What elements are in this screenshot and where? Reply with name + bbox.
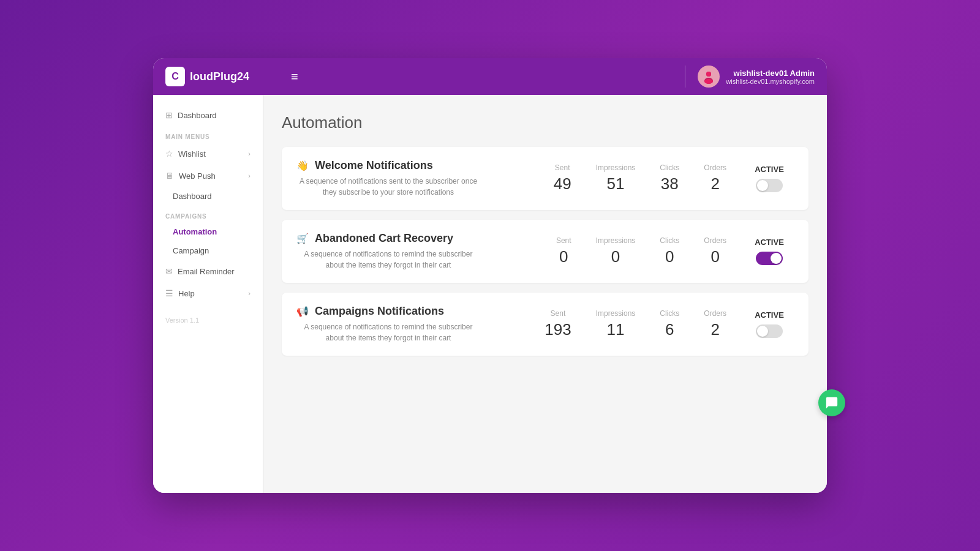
svg-point-3	[704, 79, 713, 84]
card-active-2: ACTIVE	[745, 310, 794, 338]
wishlist-arrow-icon: ›	[248, 150, 251, 157]
clicks-value-1: 0	[660, 247, 679, 266]
card-stats-2: Sent 193 Impressions 11 Clicks 6 Orders …	[545, 309, 726, 339]
card-left-1: 🛒 Abandoned Cart Recovery A sequence of …	[296, 232, 556, 271]
toggle-0[interactable]	[756, 179, 783, 192]
card-stats-0: Sent 49 Impressions 51 Clicks 38 Orders …	[554, 163, 726, 193]
sent-value-2: 193	[545, 320, 571, 339]
stat-sent-1: Sent 0	[556, 236, 571, 266]
clicks-label-0: Clicks	[660, 163, 679, 172]
card-title-1: 🛒 Abandoned Cart Recovery	[296, 232, 544, 245]
orders-value-1: 0	[704, 247, 726, 266]
user-name: wishlist-dev01 Admin	[726, 69, 815, 78]
logo-icon: C	[165, 67, 185, 86]
card-active-1: ACTIVE	[745, 238, 794, 265]
active-label-2: ACTIVE	[755, 310, 784, 320]
card-title-text-2: Campaigns Notifications	[315, 305, 444, 318]
clicks-label-2: Clicks	[660, 309, 679, 318]
sent-value-1: 0	[556, 247, 571, 266]
impressions-value-1: 0	[596, 247, 636, 266]
card-left-2: 📢 Campaigns Notifications A sequence of …	[296, 305, 545, 343]
impressions-value-2: 11	[596, 320, 636, 339]
card-stats-1: Sent 0 Impressions 0 Clicks 0 Orders 0	[556, 236, 726, 266]
chat-button[interactable]	[818, 389, 845, 416]
hamburger-button[interactable]: ≡	[288, 67, 301, 87]
content-area: Automation 👋 Welcome Notifications A seq…	[263, 95, 827, 493]
wishlist-label: Wishlist	[178, 149, 206, 159]
orders-label-1: Orders	[704, 236, 726, 245]
help-arrow-icon: ›	[248, 290, 251, 297]
logo-letter: C	[172, 71, 179, 82]
svg-point-2	[706, 72, 711, 77]
stat-impressions-2: Impressions 11	[596, 309, 636, 339]
impressions-value-0: 51	[596, 174, 636, 193]
stat-clicks-2: Clicks 6	[660, 309, 679, 339]
sidebar-version: Version 1.1	[153, 304, 263, 336]
orders-label-0: Orders	[704, 163, 726, 172]
main-menus-label: MAIN MENUS	[153, 126, 263, 143]
avatar	[698, 66, 720, 88]
help-icon: ☰	[165, 288, 173, 298]
sidebar-sub-campaign[interactable]: Campaign	[153, 241, 263, 260]
clicks-label-1: Clicks	[660, 236, 679, 245]
impressions-label-2: Impressions	[596, 309, 636, 318]
dashboard-icon: ⊞	[165, 110, 173, 120]
orders-value-0: 2	[704, 174, 726, 193]
sidebar: ⊞ Dashboard MAIN MENUS ☆ Wishlist › 🖥 We…	[153, 95, 263, 493]
stat-sent-2: Sent 193	[545, 309, 571, 339]
stat-orders-2: Orders 2	[704, 309, 726, 339]
wishlist-icon: ☆	[165, 149, 173, 159]
sidebar-sub-automation[interactable]: Automation	[153, 222, 263, 241]
user-details: wishlist-dev01 Admin wishlist-dev01.mysh…	[726, 69, 815, 85]
email-icon: ✉	[165, 266, 173, 276]
card-desc-0: A sequence of notifications sent to the …	[296, 176, 480, 198]
sidebar-item-wishlist[interactable]: ☆ Wishlist ›	[153, 143, 263, 165]
automation-card: 👋 Welcome Notifications A sequence of no…	[282, 147, 809, 210]
sidebar-item-dashboard[interactable]: ⊞ Dashboard	[153, 104, 263, 126]
card-desc-1: A sequence of notifications to remind th…	[296, 249, 480, 271]
webpush-arrow-icon: ›	[248, 172, 251, 179]
sidebar-item-email-reminder[interactable]: ✉ Email Reminder	[153, 260, 263, 282]
sidebar-item-help[interactable]: ☰ Help ›	[153, 282, 263, 304]
campaigns-section-label: CAMPAIGNS	[153, 206, 263, 222]
card-icon-2: 📢	[296, 305, 309, 317]
page-title: Automation	[282, 113, 809, 132]
impressions-label-1: Impressions	[596, 236, 636, 245]
card-title-text-0: Welcome Notifications	[315, 159, 433, 172]
stat-sent-0: Sent 49	[554, 163, 571, 193]
logo-area: C loudPlug24	[165, 67, 276, 86]
card-left-0: 👋 Welcome Notifications A sequence of no…	[296, 159, 554, 198]
user-info: wishlist-dev01 Admin wishlist-dev01.mysh…	[698, 66, 815, 88]
sidebar-sub-dashboard[interactable]: Dashboard	[153, 187, 263, 206]
automation-card: 🛒 Abandoned Cart Recovery A sequence of …	[282, 220, 809, 283]
main-layout: ⊞ Dashboard MAIN MENUS ☆ Wishlist › 🖥 We…	[153, 95, 827, 493]
toggle-1[interactable]	[756, 252, 783, 265]
top-bar: C loudPlug24 ≡ wishlist-dev01 Admin wish…	[153, 58, 827, 95]
clicks-value-0: 38	[660, 174, 679, 193]
stat-impressions-0: Impressions 51	[596, 163, 636, 193]
orders-value-2: 2	[704, 320, 726, 339]
active-label-1: ACTIVE	[755, 238, 784, 247]
card-icon-0: 👋	[296, 160, 309, 171]
stat-impressions-1: Impressions 0	[596, 236, 636, 266]
toggle-2[interactable]	[756, 324, 783, 338]
sent-label-1: Sent	[556, 236, 571, 245]
email-reminder-label: Email Reminder	[178, 267, 234, 276]
sidebar-dashboard-label: Dashboard	[178, 111, 217, 120]
orders-label-2: Orders	[704, 309, 726, 318]
stat-orders-0: Orders 2	[704, 163, 726, 193]
stat-clicks-0: Clicks 38	[660, 163, 679, 193]
card-icon-1: 🛒	[296, 233, 309, 244]
help-label: Help	[178, 289, 195, 298]
active-label-0: ACTIVE	[755, 165, 784, 174]
webpush-label: Web Push	[179, 171, 216, 181]
sent-value-0: 49	[554, 174, 571, 193]
logo-text: loudPlug24	[190, 70, 249, 83]
card-active-0: ACTIVE	[745, 165, 794, 192]
webpush-icon: 🖥	[165, 171, 174, 181]
card-title-text-1: Abandoned Cart Recovery	[315, 232, 453, 245]
sidebar-item-webpush[interactable]: 🖥 Web Push ›	[153, 165, 263, 187]
sent-label-2: Sent	[545, 309, 571, 318]
stat-orders-1: Orders 0	[704, 236, 726, 266]
card-title-2: 📢 Campaigns Notifications	[296, 305, 532, 318]
